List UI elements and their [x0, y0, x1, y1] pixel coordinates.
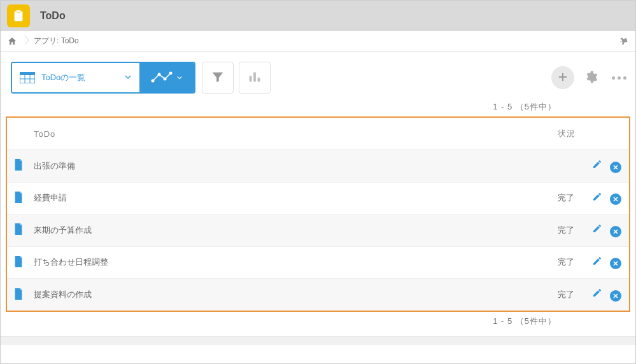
cell-status: 完了 [551, 246, 586, 279]
breadcrumb-separator-icon [24, 35, 30, 47]
ellipsis-icon [606, 76, 632, 80]
page-counter-top: 1 - 5 （5件中） [1, 100, 635, 116]
edit-button[interactable] [592, 256, 602, 266]
record-icon[interactable] [13, 159, 24, 171]
home-icon[interactable] [7, 36, 20, 46]
delete-button[interactable] [610, 226, 621, 237]
edit-button[interactable] [592, 223, 602, 234]
funnel-icon [211, 70, 225, 86]
chevron-down-icon [176, 73, 183, 83]
line-chart-icon [151, 71, 173, 85]
table-row: 出張の準備 [7, 150, 629, 183]
record-icon[interactable] [13, 288, 24, 300]
cell-title: 来期の予算作成 [27, 214, 551, 247]
view-label: ToDoの一覧 [41, 72, 85, 83]
breadcrumb-text[interactable]: アプリ: ToDo [34, 36, 79, 46]
view-dropdown[interactable]: ToDoの一覧 [12, 63, 139, 92]
edit-button[interactable] [592, 288, 602, 298]
horizontal-scrollbar[interactable] [1, 336, 635, 345]
svg-rect-11 [250, 76, 252, 81]
plus-icon [558, 72, 568, 84]
cell-title: 出張の準備 [27, 150, 551, 183]
table-row: 提案資料の作成 完了 [7, 279, 629, 311]
table-row: 来期の予算作成 完了 [7, 214, 629, 247]
cell-status: 完了 [551, 279, 586, 311]
column-header-status[interactable]: 状況 [551, 118, 586, 150]
app-title: ToDo [40, 10, 66, 22]
cell-title: 経費申請 [27, 182, 551, 214]
cell-status: 完了 [551, 182, 586, 214]
delete-button[interactable] [610, 193, 621, 205]
breadcrumb-bar: アプリ: ToDo [1, 31, 635, 52]
svg-rect-3 [20, 72, 35, 75]
edit-button[interactable] [592, 192, 602, 202]
record-icon[interactable] [13, 192, 24, 203]
table-icon [20, 72, 35, 83]
app-header: ToDo [1, 1, 635, 31]
delete-button[interactable] [610, 162, 621, 173]
pin-icon[interactable] [620, 37, 629, 46]
table-row: 経費申請 完了 [7, 182, 629, 214]
cell-title: 提案資料の作成 [27, 279, 551, 311]
app-icon [7, 4, 30, 27]
svg-rect-12 [253, 72, 256, 81]
cell-status: 完了 [551, 214, 586, 247]
delete-button[interactable] [610, 290, 621, 302]
gear-icon [584, 70, 598, 86]
svg-rect-1 [16, 10, 20, 13]
table-row: 打ち合わせ日程調整 完了 [7, 246, 629, 279]
edit-button[interactable] [592, 159, 602, 169]
delete-button[interactable] [610, 258, 621, 269]
settings-button[interactable] [578, 65, 604, 90]
page-counter-bottom: 1 - 5 （5件中） [1, 312, 635, 331]
chart-button[interactable] [239, 62, 271, 94]
view-selector: ToDoの一覧 [11, 62, 195, 94]
svg-rect-13 [258, 77, 260, 81]
record-icon[interactable] [13, 223, 24, 235]
bar-chart-icon [248, 70, 262, 86]
more-button[interactable] [606, 65, 632, 90]
graph-view-button[interactable] [139, 63, 194, 92]
svg-rect-0 [15, 11, 23, 22]
chevron-down-icon [124, 73, 132, 83]
record-icon[interactable] [13, 256, 24, 267]
column-header-todo[interactable]: ToDo [27, 118, 551, 150]
add-record-button[interactable] [550, 65, 576, 90]
filter-button[interactable] [202, 62, 234, 94]
cell-title: 打ち合わせ日程調整 [27, 246, 551, 279]
toolbar: ToDoの一覧 [1, 52, 635, 100]
cell-status [551, 150, 586, 183]
records-table: ToDo 状況 出張の準備 [6, 116, 630, 312]
